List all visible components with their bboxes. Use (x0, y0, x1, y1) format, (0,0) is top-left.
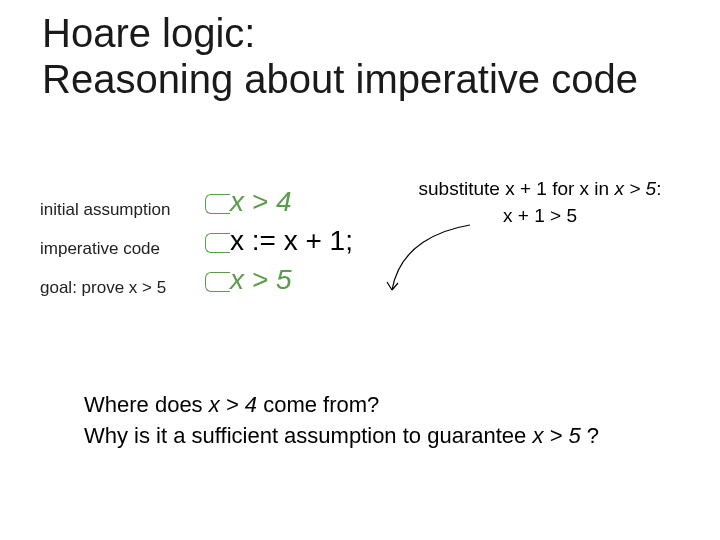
subst-goal: x > 5 (614, 178, 656, 199)
brace-connector (205, 233, 230, 253)
question-2: Why is it a sufficient assumption to gua… (84, 421, 599, 452)
arrow-icon (380, 220, 490, 300)
brace-connector (205, 272, 230, 292)
subst-colon: : (656, 178, 661, 199)
precondition: x > 4 (230, 182, 353, 221)
questions-block: Where does x > 4 come from? Why is it a … (84, 390, 599, 452)
postcondition: x > 5 (230, 260, 353, 299)
statement: x := x + 1; (230, 221, 353, 260)
substitution-note: substitute x + 1 for x in x > 5: x + 1 >… (390, 176, 690, 229)
slide: Hoare logic: Reasoning about imperative … (0, 0, 720, 540)
subst-text: substitute x + 1 for x in (419, 178, 615, 199)
title-line-1: Hoare logic: (42, 11, 255, 55)
question-1: Where does x > 4 come from? (84, 390, 599, 421)
row-labels: initial assumption imperative code goal:… (40, 190, 200, 307)
brace-connector (205, 194, 230, 214)
label-initial-assumption: initial assumption (40, 190, 200, 229)
hoare-triple: x > 4 x := x + 1; x > 5 (230, 182, 353, 300)
slide-title: Hoare logic: Reasoning about imperative … (42, 10, 638, 102)
subst-result: x + 1 > 5 (503, 205, 577, 226)
label-imperative-code: imperative code (40, 229, 200, 268)
label-goal: goal: prove x > 5 (40, 268, 200, 307)
title-line-2: Reasoning about imperative code (42, 57, 638, 101)
